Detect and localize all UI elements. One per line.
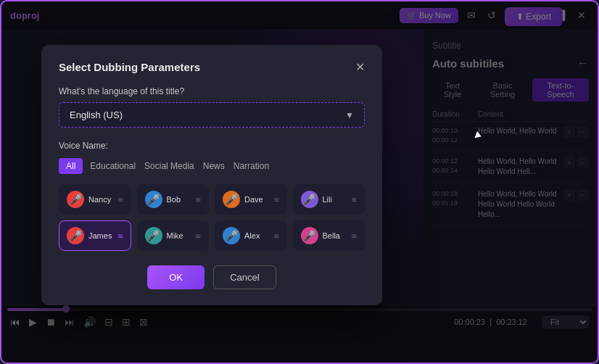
modal-close-button[interactable]: ✕ [355,62,365,73]
voice-name-lili: Lili [323,195,347,204]
voice-wave-bob[interactable]: ≋ [195,196,201,204]
language-question-label: What's the language of this title? [59,86,365,96]
voice-name-section-label: Voice Name: [59,141,365,151]
voice-name-alex: Alex [244,231,269,240]
modal-header: Select Dubbing Parameters ✕ [59,61,365,73]
dropdown-arrow-icon: ▼ [345,110,354,120]
voice-avatar-james: 🎤 [67,227,84,244]
filter-tab-news[interactable]: News [202,158,226,174]
voice-filter-tabs: All Educational Social Media News Narrat… [59,158,365,174]
voice-card-james[interactable]: 🎤 James ≋ [59,220,131,251]
voice-avatar-nancy: 🎤 [67,191,84,208]
voice-card-alex[interactable]: 🎤 Alex ≋ [215,220,287,251]
voice-name-bella: Bella [323,231,347,240]
filter-tab-narration[interactable]: Narration [232,158,270,174]
filter-tab-educational[interactable]: Educational [88,158,137,174]
modal-footer: OK Cancel [59,265,365,289]
modal-title: Select Dubbing Parameters [59,61,200,73]
filter-tab-social-media[interactable]: Social Media [143,158,196,174]
voice-avatar-lili: 🎤 [301,191,318,208]
voice-avatar-mike: 🎤 [145,227,162,244]
voice-name-dave: Dave [244,195,269,204]
voice-card-dave[interactable]: 🎤 Dave ≋ [215,184,287,215]
voice-card-lili[interactable]: 🎤 Lili ≋ [293,184,365,215]
voice-card-bella[interactable]: 🎤 Bella ≋ [293,220,365,251]
voice-name-james: James [88,231,113,240]
voice-avatar-alex: 🎤 [223,227,240,244]
voice-wave-dave[interactable]: ≋ [273,196,279,204]
voice-wave-nancy[interactable]: ≋ [117,196,123,204]
voice-avatar-dave: 🎤 [223,191,240,208]
voice-wave-james[interactable]: ≋ [117,232,123,240]
ok-button[interactable]: OK [147,265,205,289]
modal-overlay: Select Dubbing Parameters ✕ What's the l… [1,1,598,363]
voice-name-mike: Mike [167,231,191,240]
voice-avatar-bella: 🎤 [301,227,318,244]
voice-name-bob: Bob [167,195,191,204]
dubbing-parameters-modal: Select Dubbing Parameters ✕ What's the l… [41,45,382,305]
filter-tab-all[interactable]: All [59,158,83,174]
voice-card-bob[interactable]: 🎤 Bob ≋ [137,184,210,215]
language-dropdown-container[interactable]: English (US) Spanish French German Japan… [59,102,365,128]
voice-wave-lili[interactable]: ≋ [351,196,357,204]
voice-wave-bella[interactable]: ≋ [351,232,357,240]
voice-name-nancy: Nancy [88,195,113,204]
voice-wave-alex[interactable]: ≋ [273,232,279,240]
cancel-button[interactable]: Cancel [213,265,276,289]
voice-card-nancy[interactable]: 🎤 Nancy ≋ [59,184,131,215]
voice-grid: 🎤 Nancy ≋ 🎤 Bob ≋ 🎤 Dave ≋ 🎤 Lili ≋ [59,184,365,251]
language-select[interactable]: English (US) Spanish French German Japan… [70,109,345,120]
voice-card-mike[interactable]: 🎤 Mike ≋ [137,220,210,251]
voice-avatar-bob: 🎤 [145,191,162,208]
voice-wave-mike[interactable]: ≋ [195,232,201,240]
